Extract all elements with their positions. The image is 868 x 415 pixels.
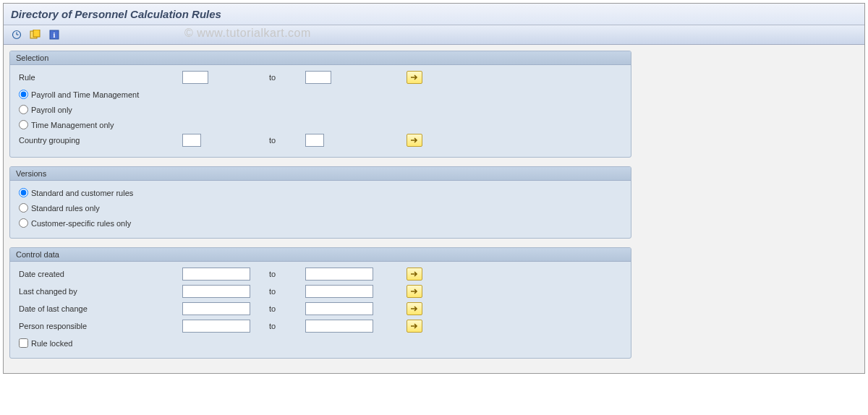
arrow-right-icon [410, 74, 419, 81]
more-country-button[interactable] [407, 134, 422, 147]
label-to-person: to [269, 322, 305, 330]
label-to-lastchangedby: to [269, 287, 305, 296]
checkbox-rule-locked-label: Rule locked [31, 339, 72, 348]
radio-row-std-only: Standard rules only [16, 200, 625, 215]
arrow-right-icon [410, 137, 419, 144]
group-control-data: Control data Date created to Last change… [9, 247, 631, 359]
row-date-created: Date created to [16, 266, 625, 282]
content-area: Selection Rule to [4, 45, 864, 373]
radio-row-payroll-time: Payroll and Time Management [16, 87, 625, 102]
group-selection: Selection Rule to [9, 51, 631, 158]
svg-text:i: i [54, 31, 56, 39]
radio-time-only[interactable] [19, 120, 28, 129]
input-datecreated-to[interactable] [305, 268, 373, 281]
variant-icon [30, 30, 41, 40]
radio-std-only[interactable] [19, 203, 28, 213]
arrow-right-icon [410, 305, 419, 312]
row-rule-locked: Rule locked [16, 335, 625, 351]
radio-payroll-time[interactable] [19, 90, 28, 99]
group-versions-header: Versions [10, 167, 631, 181]
arrow-right-icon [410, 270, 419, 278]
input-person-to[interactable] [305, 320, 373, 333]
title-bar: Directory of Personnel Calculation Rules [4, 4, 864, 25]
page-title: Directory of Personnel Calculation Rules [11, 8, 221, 20]
radio-row-payroll-only: Payroll only [16, 102, 625, 117]
label-to-datecreated: to [269, 270, 305, 278]
label-date-created: Date created [16, 270, 182, 278]
input-lastchangedby-from[interactable] [182, 285, 250, 298]
input-lastchangedby-to[interactable] [305, 285, 373, 298]
row-country-grouping: Country grouping to [16, 132, 625, 148]
input-country-from[interactable] [182, 134, 201, 147]
arrow-right-icon [410, 322, 419, 330]
more-datecreated-button[interactable] [407, 268, 422, 281]
group-versions: Versions Standard and customer rules Sta… [9, 166, 631, 239]
radio-row-std-cust: Standard and customer rules [16, 185, 625, 200]
label-to-datelastchange: to [269, 304, 305, 313]
group-control-header: Control data [10, 248, 631, 262]
label-last-changed-by: Last changed by [16, 287, 182, 296]
radio-std-cust[interactable] [19, 188, 28, 197]
input-person-from[interactable] [182, 320, 250, 333]
input-datelastchange-to[interactable] [305, 302, 373, 315]
svg-rect-4 [33, 30, 40, 37]
variant-button[interactable] [28, 28, 43, 41]
radio-payroll-only-label: Payroll only [31, 106, 72, 114]
row-last-changed-by: Last changed by to [16, 283, 625, 299]
info-button[interactable]: i [47, 28, 61, 41]
toolbar: i © www.tutorialkart.com [4, 25, 864, 45]
clock-execute-icon [12, 30, 22, 40]
group-selection-header: Selection [10, 51, 631, 65]
label-to-country: to [269, 136, 305, 145]
label-country-grouping: Country grouping [16, 136, 182, 145]
info-icon: i [49, 30, 59, 40]
radio-time-only-label: Time Management only [31, 121, 114, 129]
radio-row-time-only: Time Management only [16, 117, 625, 132]
label-date-last-change: Date of last change [16, 304, 182, 313]
row-person-responsible: Person responsible to [16, 318, 625, 334]
more-person-button[interactable] [407, 320, 422, 333]
radio-payroll-only[interactable] [19, 105, 28, 114]
input-country-to[interactable] [305, 134, 324, 147]
input-rule-from[interactable] [182, 71, 208, 84]
label-person-responsible: Person responsible [16, 322, 182, 330]
checkbox-rule-locked[interactable] [19, 338, 28, 348]
more-rule-button[interactable] [407, 71, 422, 84]
row-date-last-change: Date of last change to [16, 301, 625, 317]
radio-row-cust-only: Customer-specific rules only [16, 215, 625, 231]
more-datelastchange-button[interactable] [407, 302, 422, 315]
input-datecreated-from[interactable] [182, 268, 250, 281]
arrow-right-icon [410, 288, 419, 295]
more-lastchangedby-button[interactable] [407, 285, 422, 298]
label-to-rule: to [269, 73, 305, 82]
watermark: © www.tutorialkart.com [184, 27, 311, 40]
input-datelastchange-from[interactable] [182, 302, 250, 315]
radio-payroll-time-label: Payroll and Time Management [31, 90, 139, 99]
radio-cust-only-label: Customer-specific rules only [31, 219, 131, 228]
radio-cust-only[interactable] [19, 218, 28, 228]
app-window: Directory of Personnel Calculation Rules… [3, 3, 865, 374]
execute-button[interactable] [9, 28, 24, 41]
row-rule: Rule to [16, 69, 625, 85]
label-rule: Rule [16, 73, 182, 82]
radio-std-only-label: Standard rules only [31, 204, 100, 213]
input-rule-to[interactable] [305, 71, 331, 84]
radio-std-cust-label: Standard and customer rules [31, 189, 133, 197]
